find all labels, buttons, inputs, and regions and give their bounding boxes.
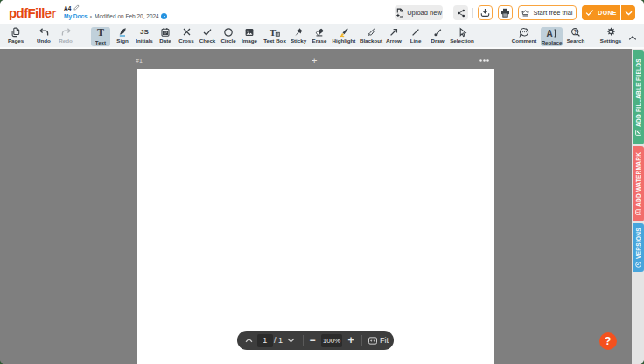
svg-text:A: A <box>546 28 552 38</box>
svg-text:T: T <box>270 27 276 38</box>
svg-text:?: ? <box>574 28 578 34</box>
